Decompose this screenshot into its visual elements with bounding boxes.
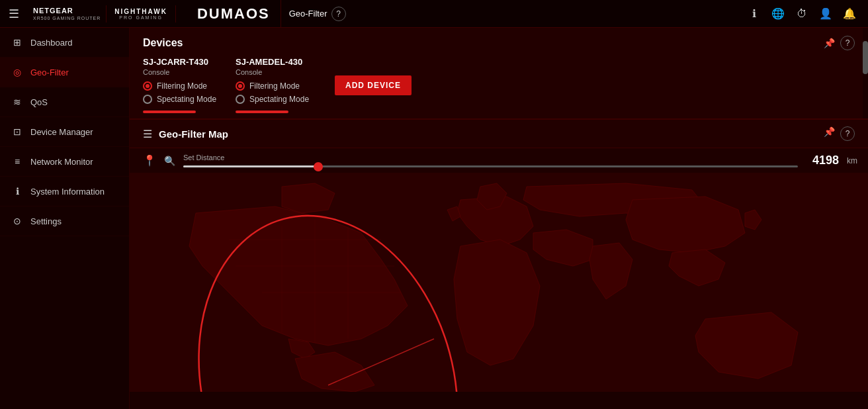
main-content: Devices 📌 ? SJ-JCARR-T430 Console Filter…: [130, 28, 868, 409]
device-0-spectating-mode[interactable]: Spectating Mode: [143, 95, 222, 104]
devices-help-icon[interactable]: ?: [840, 36, 855, 50]
devices-header: Devices 📌 ?: [143, 36, 855, 50]
sidebar-label-dashboard: Dashboard: [30, 38, 73, 48]
sidebar-label-device-manager: Device Manager: [30, 127, 93, 137]
duma-suffix: OS: [246, 5, 270, 22]
geo-filter-help-icon[interactable]: ?: [331, 7, 346, 21]
top-header: ☰ NETGEAR XR500 GAMING ROUTER NIGHTHAWK …: [0, 0, 868, 28]
device-1-bottom-bar: [236, 111, 288, 113]
device-type-1: Console: [236, 68, 315, 76]
netgear-brand-text: NETGEAR: [33, 7, 101, 15]
duma-prefix: DUMA: [197, 5, 246, 22]
devices-scrollbar: [863, 28, 868, 118]
sidebar-label-qos: QoS: [30, 97, 48, 107]
sidebar-item-dashboard[interactable]: ⊞ Dashboard: [0, 28, 129, 58]
qos-icon: ≋: [11, 95, 24, 109]
nighthawk-sub: PRO GAMING: [114, 15, 167, 20]
devices-header-icons: 📌 ?: [824, 36, 855, 50]
geomap-section: ☰ Geo-Filter Map 📌 ? 📍 🔍 Set Distance 41…: [130, 120, 868, 392]
sidebar-label-settings: Settings: [30, 216, 62, 226]
sidebar-label-geo-filter: Geo-Filter: [30, 68, 69, 77]
system-information-icon: ℹ: [11, 185, 24, 198]
device-1-spectating-label: Spectating Mode: [249, 95, 309, 104]
netgear-logo: NETGEAR XR500 GAMING ROUTER: [28, 7, 106, 21]
sidebar-item-network-monitor[interactable]: ≡ Network Monitor: [0, 147, 129, 177]
sidebar-item-device-manager[interactable]: ⊡ Device Manager: [0, 117, 129, 147]
info-icon-button[interactable]: ℹ: [744, 3, 765, 24]
geomap-title-area: ☰ Geo-Filter Map: [143, 128, 228, 140]
device-card-0: SJ-JCARR-T430 Console Filtering Mode Spe…: [143, 57, 222, 113]
device-0-filtering-radio[interactable]: [143, 81, 152, 91]
nighthawk-brand: NIGHTHAWK: [114, 8, 167, 15]
devices-title: Devices: [143, 37, 183, 49]
sidebar: ⊞ Dashboard ◎ Geo-Filter ≋ QoS ⊡ Device …: [0, 28, 130, 409]
device-name-0: SJ-JCARR-T430: [143, 57, 222, 67]
sidebar-label-network-monitor: Network Monitor: [30, 157, 93, 167]
sidebar-label-system-information: System Information: [30, 187, 105, 197]
sidebar-item-system-information[interactable]: ℹ System Information: [0, 177, 129, 206]
devices-section: Devices 📌 ? SJ-JCARR-T430 Console Filter…: [130, 28, 868, 120]
device-name-1: SJ-AMEDEL-430: [236, 57, 315, 67]
geomap-title: Geo-Filter Map: [159, 128, 228, 140]
sidebar-item-geo-filter[interactable]: ◎ Geo-Filter: [0, 58, 129, 87]
device-1-spectating-mode[interactable]: Spectating Mode: [236, 95, 315, 104]
geomap-header: ☰ Geo-Filter Map 📌 ?: [130, 120, 868, 148]
sidebar-item-settings[interactable]: ⊙ Settings: [0, 206, 129, 236]
devices-pin-icon[interactable]: 📌: [824, 38, 835, 48]
device-0-filtering-mode[interactable]: Filtering Mode: [143, 81, 222, 91]
distance-slider-track[interactable]: [183, 165, 798, 167]
distance-value: 4198: [806, 154, 839, 167]
distance-slider-wrapper: Set Distance: [183, 154, 798, 167]
device-manager-icon: ⊡: [11, 125, 24, 138]
map-area[interactable]: [130, 173, 868, 392]
network-monitor-icon: ≡: [11, 155, 24, 168]
device-1-filtering-radio[interactable]: [236, 81, 245, 91]
devices-list: SJ-JCARR-T430 Console Filtering Mode Spe…: [143, 57, 855, 118]
nighthawk-logo: NIGHTHAWK PRO GAMING: [106, 5, 176, 23]
device-0-spectating-radio[interactable]: [143, 95, 152, 104]
device-0-spectating-label: Spectating Mode: [157, 95, 216, 104]
distance-bar: 📍 🔍 Set Distance 4198 km: [130, 148, 868, 173]
devices-scrollbar-thumb[interactable]: [863, 41, 868, 74]
distance-label: Set Distance: [183, 154, 798, 161]
user-icon-button[interactable]: 👤: [815, 3, 836, 24]
device-type-0: Console: [143, 68, 222, 76]
add-device-button[interactable]: ADD DEVICE: [335, 75, 412, 95]
device-0-radio-group: Filtering Mode Spectating Mode: [143, 81, 222, 104]
device-1-filtering-mode[interactable]: Filtering Mode: [236, 81, 315, 91]
device-0-bottom-bar: [143, 111, 196, 113]
location-icon[interactable]: 📍: [143, 154, 156, 167]
geomap-menu-icon[interactable]: ☰: [143, 128, 152, 140]
hamburger-button[interactable]: ☰: [0, 0, 28, 28]
active-tab-label: Geo-Filter: [289, 9, 327, 19]
geomap-pin-icon[interactable]: 📌: [824, 126, 835, 141]
device-card-1: SJ-AMEDEL-430 Console Filtering Mode Spe…: [236, 57, 315, 113]
device-1-filtering-label: Filtering Mode: [249, 81, 300, 91]
device-1-spectating-radio[interactable]: [236, 95, 245, 104]
world-map-svg: [130, 173, 868, 392]
distance-unit: km: [847, 156, 857, 165]
hamburger-icon: ☰: [9, 7, 19, 21]
geo-filter-icon: ◎: [11, 66, 24, 79]
duma-brand: DUMAOS: [187, 5, 281, 23]
netgear-sub-text: XR500 GAMING ROUTER: [33, 16, 101, 21]
geomap-header-icons: 📌 ?: [824, 126, 855, 141]
device-0-filtering-label: Filtering Mode: [157, 81, 207, 91]
logo-area: NETGEAR XR500 GAMING ROUTER NIGHTHAWK PR…: [28, 5, 187, 23]
distance-slider-thumb[interactable]: [314, 162, 323, 171]
active-tab-geo-filter: Geo-Filter ?: [281, 0, 354, 28]
bell-icon-button[interactable]: 🔔: [839, 3, 860, 24]
globe-icon-button[interactable]: 🌐: [767, 3, 789, 24]
zoom-icon[interactable]: 🔍: [164, 156, 175, 166]
geomap-help-icon[interactable]: ?: [840, 126, 855, 141]
device-1-radio-group: Filtering Mode Spectating Mode: [236, 81, 315, 104]
sidebar-item-qos[interactable]: ≋ QoS: [0, 87, 129, 117]
dashboard-icon: ⊞: [11, 36, 24, 49]
settings-icon: ⊙: [11, 214, 24, 228]
header-icons: ℹ 🌐 ⏱ 👤 🔔: [744, 3, 868, 24]
distance-slider-fill: [183, 165, 318, 167]
clock-icon-button[interactable]: ⏱: [791, 3, 812, 24]
